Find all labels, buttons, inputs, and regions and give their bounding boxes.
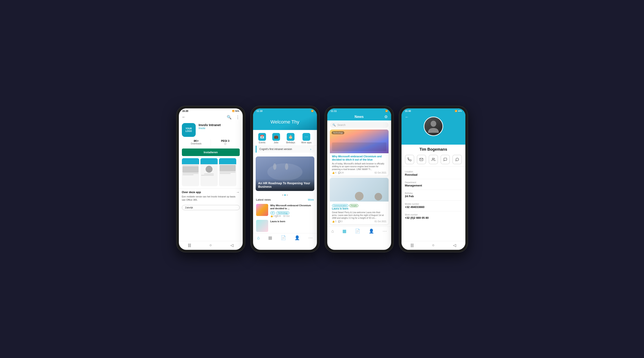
downloads-value: 8K+ xyxy=(182,139,211,142)
news-meta-1: 👍 4 💬 24 02 Oct xyxy=(270,215,314,217)
events-label: Events xyxy=(259,141,266,144)
tab3-docs[interactable]: 📄 xyxy=(355,228,360,234)
teams-icon xyxy=(432,158,435,161)
tag-communication: Communication xyxy=(332,204,349,207)
logo-text: YOURLOGO xyxy=(186,127,192,133)
back-icon[interactable]: ← xyxy=(182,115,186,119)
email-button[interactable] xyxy=(417,155,426,164)
dot-2 xyxy=(284,194,286,196)
card2-date: 01 Oct 2021 xyxy=(374,220,386,223)
tab-news[interactable]: ▦ xyxy=(268,235,272,240)
welcome-header: Welcome Thy xyxy=(253,113,317,130)
news-card-2[interactable]: Communication People Laura is born Great… xyxy=(330,178,388,225)
like-meta-2: 👍 3 💬 3 xyxy=(332,220,342,223)
whatsapp-button[interactable] xyxy=(452,155,462,164)
nav4-home-icon[interactable]: ○ xyxy=(432,243,434,247)
tab3-home[interactable]: ⌂ xyxy=(332,229,334,234)
mobile-row: Mobile number +32 494033660 xyxy=(405,203,462,209)
news-card-1-image: Technology xyxy=(330,130,388,153)
birthdays-icon-item[interactable]: 🎂 Birthdays xyxy=(286,133,295,144)
thumb-image-1 xyxy=(256,204,268,216)
mobile-label: Mobile number xyxy=(405,203,462,205)
tab-docs[interactable]: 📄 xyxy=(281,235,286,240)
events-icon-item[interactable]: 📅 Events xyxy=(258,133,266,144)
featured-title: An HR Roadmap To Reopening Your Business xyxy=(258,181,312,188)
menu-icon[interactable]: ⋮ xyxy=(236,115,240,120)
message-button[interactable] xyxy=(440,155,450,164)
phone2-status-icons: 📶 xyxy=(311,110,314,112)
dot-1 xyxy=(282,194,284,196)
search-icon[interactable]: 🔍 xyxy=(227,115,232,120)
tag-it: IT xyxy=(270,211,275,214)
tab-more[interactable]: ⋯ xyxy=(308,235,312,240)
pegi-value: PEGI 3 xyxy=(211,139,240,142)
news-title-2: Laura is born xyxy=(270,220,314,223)
nav-back-icon[interactable]: ||| xyxy=(188,243,191,247)
profile-actions xyxy=(402,152,465,166)
phone-icon xyxy=(408,158,412,161)
dot-3 xyxy=(286,194,288,196)
app-details: Involv Intranet Involv xyxy=(199,123,240,130)
back-arrow[interactable]: ← xyxy=(405,115,409,119)
phone2: 11:10 📶 Welcome Thy 📅 Events 💼 Jobs xyxy=(250,106,320,252)
about-arrow[interactable]: → xyxy=(236,190,240,194)
nav-home-icon[interactable]: ○ xyxy=(210,243,212,247)
app-stats: 8K+ Downloads PEGI 3 ⓘ xyxy=(179,139,243,148)
tab3-news[interactable]: ▦ xyxy=(342,228,346,234)
phone3-time: 11:11 xyxy=(331,110,337,112)
news-preview-2[interactable]: Laura is born xyxy=(253,219,317,233)
quick-icons-bar: 📅 Events 💼 Jobs 🎂 Birthdays ⋯ More apps xyxy=(253,130,317,146)
card1-tech-tag: Technology xyxy=(332,131,344,134)
phone2-tab-bar: ⌂ ▦ 📄 👤 ⋯ xyxy=(253,233,317,243)
profile-avatar xyxy=(424,117,443,136)
zakelijk-button[interactable]: Zakelijk xyxy=(182,205,240,210)
latest-more-link[interactable]: More xyxy=(308,198,314,201)
about-title: Over deze app xyxy=(182,191,201,194)
nav4-back-icon[interactable]: ||| xyxy=(410,243,414,247)
more-apps-icon-item[interactable]: ⋯ More apps xyxy=(302,133,312,144)
app-name: Involv Intranet xyxy=(199,123,240,127)
news-preview-1[interactable]: Why Microsoft embraced Chromium and deci… xyxy=(253,203,317,219)
phone4-time: 15:40 xyxy=(405,110,411,112)
birthdays-label: Birthdays xyxy=(286,141,295,144)
tab3-more[interactable]: ⋯ xyxy=(382,228,387,234)
downloads-label: Downloads xyxy=(182,142,211,145)
tab-home[interactable]: ⌂ xyxy=(257,235,260,240)
phone3-status-icons: 📶 xyxy=(385,110,388,112)
featured-link[interactable]: Cognit's first intranet version › xyxy=(256,146,314,153)
about-text: Een mobiele versie van het Involv Intran… xyxy=(182,195,240,202)
call-button[interactable] xyxy=(405,155,414,164)
about-section: Over deze app → Een mobiele versie van h… xyxy=(179,188,243,203)
tab3-people[interactable]: 👤 xyxy=(369,228,374,234)
thumb-image-2 xyxy=(256,220,268,232)
work-number-row: Work number +32 (0)2 669 05 80 xyxy=(405,214,462,219)
jobs-label: Jobs xyxy=(274,141,278,144)
filter-icon[interactable]: ⚙ xyxy=(384,114,388,119)
nav4-recent-icon[interactable]: ◁ xyxy=(453,243,456,248)
news-card-2-excerpt: Great News! Perry & Lisa welcome Laura i… xyxy=(332,211,386,219)
phone1: 15:20 📶 51% ← 🔍 ⋮ YOURLOGO Involv In xyxy=(176,106,245,252)
featured-card[interactable]: An HR Roadmap To Reopening Your Business xyxy=(256,156,314,191)
install-button[interactable]: Installeren xyxy=(182,148,240,156)
downloads-stat: 8K+ Downloads xyxy=(182,139,211,145)
teams-button[interactable] xyxy=(429,155,438,164)
news-card-1-title: Why Microsoft embraced Chromium and deci… xyxy=(332,155,386,162)
screenshot-3 xyxy=(219,158,236,186)
pegi-label: ⓘ xyxy=(211,142,240,145)
news-card-2-title: Laura is born xyxy=(332,207,386,211)
tab-people[interactable]: 👤 xyxy=(294,235,300,240)
birthday-row: Birthday 24 Feb xyxy=(405,192,462,198)
news-content-2: Laura is born xyxy=(270,220,314,232)
work-number-value: +32 (0)2 669 05 80 xyxy=(405,216,462,219)
jobs-icon-item[interactable]: 💼 Jobs xyxy=(272,133,280,144)
phone1-status-icons: 📶 51% xyxy=(232,110,239,112)
department-row: Department Management xyxy=(405,181,462,187)
news-card-1[interactable]: Technology Why Microsoft embraced Chromi… xyxy=(330,130,388,176)
jobs-icon: 💼 xyxy=(272,133,280,141)
nav-recent-icon[interactable]: ◁ xyxy=(230,243,234,248)
tag-technology: Technology xyxy=(276,211,289,214)
whatsapp-icon xyxy=(455,158,459,161)
tag-people: People xyxy=(349,204,358,207)
search-bar[interactable]: 🔍 Search xyxy=(330,122,388,128)
more-apps-label: More apps xyxy=(302,141,312,144)
